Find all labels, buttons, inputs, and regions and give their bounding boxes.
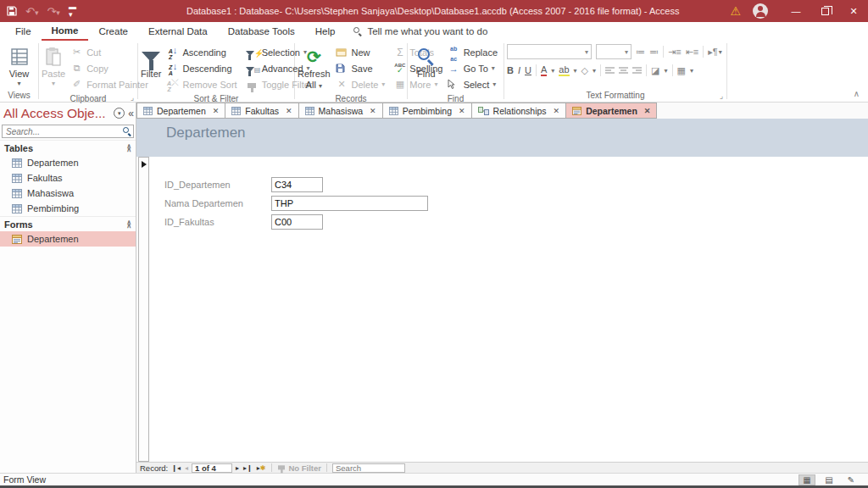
nav-group-tables[interactable]: Tables ∧∧ (0, 140, 136, 155)
collapse-group-icon[interactable]: ∧∧ (126, 145, 131, 152)
tab-help[interactable]: Help (305, 22, 346, 41)
close-tab-icon[interactable]: ✕ (370, 107, 376, 115)
text-formatting-dialog-launcher-icon[interactable]: ⌟ (720, 92, 723, 100)
nav-search-box[interactable] (2, 125, 134, 138)
nav-search-input[interactable] (3, 127, 123, 136)
record-search-input[interactable] (332, 463, 405, 473)
bold-icon[interactable]: B (507, 65, 514, 75)
next-record-icon[interactable]: ▸ (235, 464, 240, 472)
align-left-icon[interactable] (605, 67, 615, 75)
previous-record-icon[interactable]: ◂ (184, 464, 189, 472)
table-icon (12, 174, 22, 183)
last-record-icon[interactable]: ▸❙ (242, 464, 253, 472)
nav-item-table-mahasiswa[interactable]: Mahasiswa (0, 186, 136, 201)
record-selector-bar[interactable] (138, 157, 149, 462)
text-direction-icon[interactable]: ▸¶ ▾ (708, 47, 721, 58)
go-to-button[interactable]: →Go To▾ (444, 60, 501, 76)
field-label: ID_Departemen (164, 180, 271, 190)
close-button[interactable]: ✕ (839, 0, 868, 22)
close-tab-icon[interactable]: ✕ (286, 107, 292, 115)
id-fakultas-input[interactable] (271, 214, 323, 230)
remove-sort-button[interactable]: AZ⤬Remove Sort (163, 76, 240, 92)
decrease-indent-icon[interactable]: ⇥≡ (668, 47, 682, 58)
shutter-bar-close-icon[interactable]: « (128, 108, 132, 119)
numbering-icon[interactable]: ≕ (649, 47, 659, 58)
tab-create[interactable]: Create (88, 22, 138, 41)
new-blank-record-icon[interactable]: ▸✱ (256, 464, 267, 472)
delete-record-button[interactable]: ✕Delete▾ (332, 76, 389, 92)
close-tab-icon[interactable]: ✕ (459, 107, 465, 115)
alternate-row-color-icon[interactable]: ▦ (677, 65, 686, 76)
new-record-button[interactable]: New (332, 44, 389, 60)
save-record-button[interactable]: Save (332, 60, 389, 76)
doc-tab-departemen-table[interactable]: Departemen ✕ (136, 103, 225, 119)
underline-icon[interactable]: U (525, 65, 531, 75)
redo-icon[interactable]: ↷▾ (47, 6, 59, 17)
nav-search-icon[interactable] (123, 127, 131, 136)
tab-database-tools[interactable]: Database Tools (218, 22, 305, 41)
highlight-color-icon[interactable]: ab (559, 64, 569, 76)
warning-icon[interactable]: ⚠ (730, 4, 741, 18)
replace-button[interactable]: abacReplace (444, 44, 501, 60)
nama-departemen-input[interactable] (271, 196, 428, 211)
align-center-icon[interactable] (619, 67, 628, 75)
tell-me-box[interactable]: Tell me what you want to do (345, 22, 496, 41)
minimize-button[interactable]: — (782, 0, 810, 22)
close-tab-icon[interactable]: ✕ (644, 107, 651, 115)
nav-item-table-departemen[interactable]: Departemen (0, 155, 136, 170)
restore-button[interactable] (810, 0, 839, 22)
select-button[interactable]: Select▾ (444, 76, 501, 92)
first-record-icon[interactable]: ❙◂ (170, 464, 181, 472)
font-size-combo[interactable]: ▾ (596, 44, 632, 59)
sort-descending-icon: ZA↓ (166, 61, 179, 76)
doc-tab-relationships[interactable]: Relationships ✕ (472, 103, 567, 119)
collapse-ribbon-icon[interactable]: ∧ (854, 89, 860, 98)
nav-pane-menu-icon[interactable]: ▾ (114, 108, 125, 119)
status-bar: Form View ▦ ▤ ✎ (0, 473, 868, 485)
view-button[interactable]: View ▾ (3, 42, 36, 87)
nav-group-forms[interactable]: Forms ∧∧ (0, 216, 136, 231)
layout-view-icon[interactable]: ▤ (821, 474, 837, 485)
id-departemen-input[interactable] (271, 177, 323, 192)
no-filter-button[interactable]: No Filter (277, 463, 321, 473)
doc-tab-departemen-form[interactable]: Departemen ✕ (566, 103, 657, 119)
tab-file[interactable]: File (5, 22, 42, 41)
doc-tab-mahasiswa[interactable]: Mahasiswa ✕ (299, 103, 383, 119)
nav-item-table-fakultas[interactable]: Fakultas (0, 170, 136, 186)
customize-qat-icon[interactable]: ▬▾ (69, 3, 76, 19)
form-icon (12, 235, 22, 244)
close-tab-icon[interactable]: ✕ (554, 107, 560, 115)
close-tab-icon[interactable]: ✕ (213, 107, 220, 115)
find-button[interactable]: Find (410, 42, 442, 80)
filter-button[interactable]: Filter (141, 42, 161, 80)
tab-home[interactable]: Home (42, 22, 89, 41)
descending-button[interactable]: ZA↓Descending (163, 60, 240, 76)
account-avatar[interactable] (753, 3, 768, 19)
form-view-icon[interactable]: ▦ (798, 474, 815, 485)
paste-button[interactable]: Paste ▾ (42, 42, 65, 87)
design-view-icon[interactable]: ✎ (843, 474, 860, 485)
align-right-icon[interactable] (632, 67, 642, 75)
field-row-id-departemen: ID_Departemen (164, 177, 428, 192)
tab-external-data[interactable]: External Data (138, 22, 218, 41)
gridlines-icon[interactable]: ◪ (651, 65, 659, 76)
increase-indent-icon[interactable]: ⇤≡ (686, 47, 699, 58)
tell-me-label: Tell me what you want to do (367, 26, 487, 36)
record-position[interactable]: 1 of 4 (192, 463, 232, 473)
refresh-all-button[interactable]: ⟳ Refresh All ▾ (298, 42, 331, 90)
replace-icon: abac (448, 42, 460, 63)
undo-icon[interactable]: ↶▾ (25, 6, 38, 17)
ascending-button[interactable]: AZ↓Ascending (163, 44, 240, 60)
bullets-icon[interactable]: ≔ (636, 47, 645, 58)
doc-tab-pembimbing[interactable]: Pembimbing ✕ (383, 103, 472, 119)
clipboard-dialog-launcher-icon[interactable]: ⌟ (131, 93, 134, 102)
font-name-combo[interactable]: ▾ (507, 44, 592, 59)
font-color-icon[interactable]: A (541, 64, 547, 76)
italic-icon[interactable]: I (518, 65, 520, 75)
collapse-group-icon[interactable]: ∧∧ (126, 221, 131, 228)
save-icon[interactable] (7, 6, 17, 16)
doc-tab-fakultas[interactable]: Fakultas ✕ (225, 103, 298, 119)
nav-item-table-pembimbing[interactable]: Pembimbing (0, 201, 136, 216)
nav-item-form-departemen[interactable]: Departemen (0, 231, 136, 247)
fill-color-icon[interactable]: ◇ (581, 65, 588, 76)
